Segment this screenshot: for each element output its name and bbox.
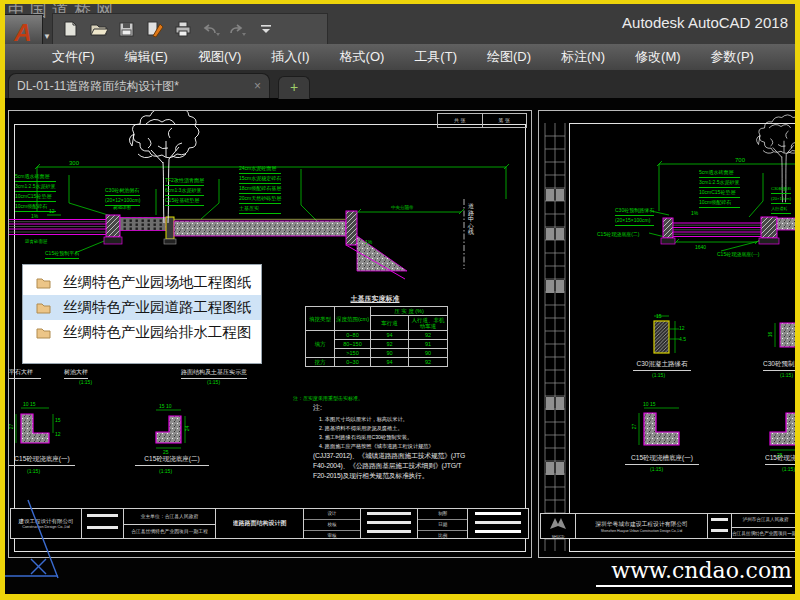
detail-row-label-1: 平石大样 <box>9 368 41 379</box>
r-cert-cell <box>707 514 731 538</box>
print-icon[interactable] <box>171 18 193 40</box>
r-detail3-scale: (1:15) <box>650 466 663 473</box>
sheet-list-popup: 丝绸特色产业园场地工程图纸 丝绸特色产业园道路工程图纸 丝绸特色产业园给排水工程… <box>22 264 262 364</box>
folder-icon <box>36 276 51 289</box>
menu-draw[interactable]: 绘图(D) <box>487 48 531 66</box>
detail-row-scale-2: (1:15) <box>207 379 220 386</box>
detail1-dim-left: 27 <box>8 424 15 430</box>
undo-icon[interactable] <box>199 18 221 40</box>
tab-close-icon[interactable]: × <box>254 79 261 93</box>
th-group: 压 实 度 (%) <box>371 307 448 316</box>
menu-insert[interactable]: 插入(I) <box>271 48 309 66</box>
menu-format[interactable]: 格式(O) <box>340 48 385 66</box>
r-d1-dim-r1: 12 <box>679 325 685 332</box>
open-file-icon[interactable] <box>87 18 109 40</box>
th-depth: 深度范围(cm) <box>335 307 371 331</box>
r-d2-dim-left: 16 <box>767 332 774 338</box>
plot-edit-icon[interactable] <box>143 18 165 40</box>
median-label: 中央分隔带 <box>391 204 414 211</box>
r-detail1-scale: (1:15) <box>652 372 665 379</box>
detail1-scale: (1:15) <box>27 468 40 475</box>
detail1-dim-top: 10 15 <box>23 401 36 408</box>
layer-stack-left: 5cm透水砖面层 3cm1:2.5水泥砂浆 10cmC15砼垫层 10cm级配碎… <box>15 173 56 213</box>
detail-row-label-2: 树池大样 <box>64 368 88 379</box>
table-footnote: 注：压实度采用重型击实标准。 <box>293 395 363 402</box>
r-curb-label: C30砼预制路缘石 (20×15×100cm) <box>615 207 654 227</box>
notes-block: 注: 1. 本图尺寸均以厘米计，标高以米计。 2. 路基填料不得采用淤泥及腐殖土… <box>313 403 465 481</box>
sheet-list-item-site[interactable]: 丝绸特色产业园场地工程图纸 <box>23 270 261 295</box>
folder-icon <box>36 326 51 339</box>
menu-edit[interactable]: 编辑(E) <box>125 48 168 66</box>
app-title: Autodesk AutoCAD 2018 <box>622 14 788 31</box>
r-slope-label: 1% <box>691 210 698 217</box>
menu-file[interactable]: 文件(F) <box>52 48 95 66</box>
frame-top <box>0 0 800 4</box>
sheet-list-item-drainage[interactable]: 丝绸特色产业园给排水工程图 <box>23 320 261 345</box>
detail1-dim-r2: 12 <box>55 431 61 438</box>
new-file-icon[interactable] <box>59 18 81 40</box>
logo-dropdown-icon[interactable]: ▼ <box>43 32 51 41</box>
r-detail4-title: C15砼现浇槽底座(二) <box>765 454 797 465</box>
left-title-block: 建设工程设计有限公司 Construction Design Co.,Ltd 业… <box>10 508 529 539</box>
detail-row-scale-1: (1:15) <box>79 379 92 386</box>
menu-bar: 文件(F) 编辑(E) 视图(V) 插入(I) 格式(O) 工具(T) 绘图(D… <box>0 44 800 70</box>
r-detail3-title: C15砼现浇槽底座(一) <box>625 454 699 465</box>
frame-left <box>0 0 5 600</box>
frame-bottom <box>0 594 800 600</box>
layer-stack-mid: TF2改性沥青面层 6cm1:3水泥砂浆 C15砼基础垫层 <box>165 177 204 207</box>
right-title-block: SHUCD 深圳华粤城市建设工程设计有限公司 Shenzhen Huayue U… <box>540 513 797 539</box>
drawing-canvas[interactable]: 共 张 第 张 <box>0 98 800 594</box>
r-d3-dim-top: 10 15 <box>643 401 656 408</box>
autocad-a-icon: A <box>14 21 31 45</box>
detail1-dim-r1: 15 <box>55 417 61 424</box>
r-owner-project-cell: 泸州市合江县人民政府 合江县丝绸特色产业园项目一期工程 <box>731 514 797 538</box>
compaction-table: 填挖类型 深度范围(cm) 压 实 度 (%) 车行道 人行道、非机动车道 填方… <box>305 306 448 367</box>
drawing-tab-label: DL-01-11道路路面结构设计图* <box>17 78 250 95</box>
r-dim-1640: 1640 <box>695 244 706 251</box>
detail1-title: C15砼现浇底座(一) <box>9 455 75 466</box>
detail2-title: C15砼现浇底座(二) <box>135 455 209 466</box>
cert-cell <box>81 509 123 538</box>
right-drawing-sheet: 5cm透水砖面层 3cm1:2.5水泥砂浆 10cmC15砼垫层 10cm级配碎… <box>538 110 797 558</box>
right-sheet-cad-art <box>539 111 796 557</box>
dim-road-width: 12 <box>49 208 55 215</box>
menu-dimension[interactable]: 标注(N) <box>561 48 605 66</box>
detail-row-label-3: 路面结构及土基压实示意 <box>181 368 247 379</box>
slope-label-left: 1% <box>31 213 38 220</box>
sketch-lines <box>0 493 70 588</box>
quick-access-toolbar <box>52 13 328 45</box>
slope-label-right: 1% <box>365 239 372 246</box>
r-layer-stack: 5cm透水砖面层 3cm1:2.5水泥砂浆 10cmC15砼垫层 10cm级配碎… <box>699 169 740 209</box>
watermark-bottom: www.cndao.com <box>596 558 792 587</box>
th-type: 填挖类型 <box>306 307 335 331</box>
menu-tools[interactable]: 工具(T) <box>414 48 457 66</box>
menu-parametric[interactable]: 参数(P) <box>711 48 754 66</box>
frame-right <box>795 0 800 600</box>
detail2-dim-top: 15 10 <box>159 403 172 410</box>
th-roadway: 车行道 <box>371 316 409 331</box>
redo-icon[interactable] <box>227 18 249 40</box>
detail2-scale: (1:15) <box>159 468 172 475</box>
dim-300: 300 <box>69 160 79 167</box>
drawing-tab[interactable]: DL-01-11道路路面结构设计图* × <box>8 73 270 98</box>
table-row: 填方 0~80 94 92 <box>306 331 448 340</box>
r-d1-dim-r2: 4.5 <box>679 336 686 343</box>
r-dim-700: 700 <box>735 157 745 164</box>
save-icon[interactable] <box>115 18 137 40</box>
folder-icon <box>36 301 51 314</box>
r-right-stack: C30砼侧石 (20×15cm) 人行道砖 <box>771 185 791 215</box>
title-bar: 中国道桥网 A ▼ <box>0 4 800 44</box>
autocad-window: 中国道桥网 A ▼ <box>0 0 800 600</box>
r-detail2-scale: (1:15) <box>780 372 793 379</box>
r-d3-dim-left: 27 <box>631 424 638 430</box>
file-tab-bar: DL-01-11道路路面结构设计图* × + <box>0 70 800 98</box>
road-centerline-label: 道路中心线 <box>468 203 476 236</box>
sheet-list-item-road[interactable]: 丝绸特色产业园道路工程图纸 <box>23 295 261 320</box>
toolbar-customize-icon[interactable] <box>255 18 277 40</box>
new-tab-button[interactable]: + <box>278 76 310 99</box>
flat-stone-label: C15砼预制平石 <box>45 250 79 260</box>
r-company-cell: 深圳华粤城市建设工程设计有限公司 Shenzhen Huayue Urban C… <box>575 514 707 538</box>
menu-view[interactable]: 视图(V) <box>198 48 241 66</box>
menu-modify[interactable]: 修改(M) <box>635 48 681 66</box>
th-sidewalk: 人行道、非机动车道 <box>409 316 448 331</box>
